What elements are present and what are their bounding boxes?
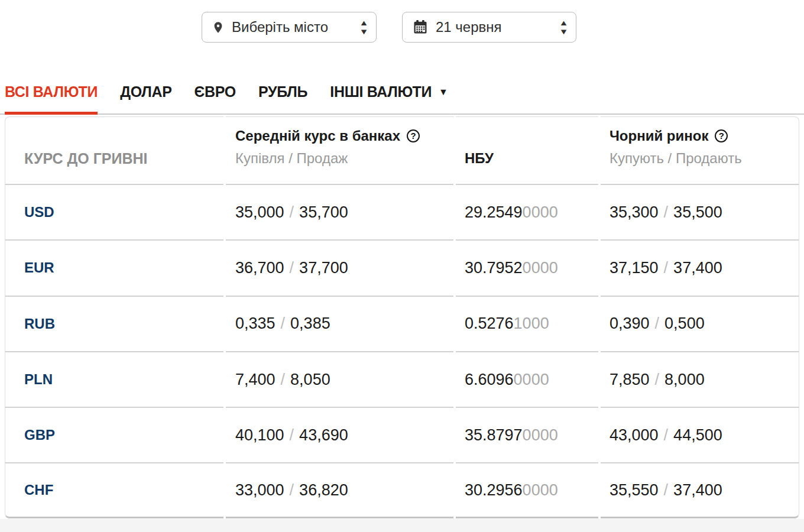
table-row-bank-avg-cell: 35,000/35,700 [226,184,453,239]
tab-euro[interactable]: ЄВРО [194,70,236,113]
black-market-sell-value: 44,500 [673,426,722,445]
black-market-buy-value: 43,000 [610,426,659,445]
table-row-black-market-cell: 43,000/44,500 [601,407,799,462]
table-row-nbu-cell: 0.52761000 [456,296,598,351]
table-row-black-market-cell: 35,550/37,400 [601,462,799,518]
currency-code-link[interactable]: USD [24,204,54,220]
nbu-value: 35.8797 [465,426,523,445]
black-market-sell-value: 0,500 [664,314,705,333]
bank-buy-value: 7,400 [235,371,275,389]
question-circle-icon[interactable]: ? [407,129,420,142]
black-market-buy-value: 35,300 [610,203,659,222]
currency-code-link[interactable]: GBP [24,427,55,443]
table-row-bank-avg-cell: 7,400/8,050 [226,351,453,407]
header-black-market-column: Чорний ринок ? Купують / Продають [601,116,799,184]
location-pin-icon [212,20,225,35]
slash-separator: / [290,203,294,222]
nbu-value-trailing-zeros: 0000 [523,203,558,222]
slash-separator: / [290,259,294,277]
table-row-black-market-cell: 7,850/8,000 [601,351,799,407]
table-row-currency-cell: EUR [5,239,223,295]
tab-label: РУБЛЬ [258,83,307,100]
table-row-currency-cell: CHF [5,462,223,518]
bank-sell-value: 8,050 [290,371,330,389]
tab-label: ІНШІ ВАЛЮТИ [330,83,432,100]
table-row-currency-cell: PLN [5,351,223,407]
black-market-sell-value: 8,000 [664,371,705,389]
bank-sell-value: 35,700 [299,203,348,222]
date-select[interactable]: 21 червня ▲▼ [402,12,576,43]
header-currency-label: КУРС ДО ГРИВНІ [24,147,223,170]
bank-sell-value: 43,690 [299,426,348,445]
rates-table: КУРС ДО ГРИВНІ Середній курс в банках ? … [5,116,799,518]
currency-code-link[interactable]: RUB [24,316,55,332]
tab-other-currencies[interactable]: ІНШІ ВАЛЮТИ ▼ [330,70,448,113]
header-nbu-column: НБУ [456,116,598,184]
nbu-value: 30.2956 [465,481,523,499]
currency-rates-page: Виберіть місто ▲▼ 21 червня ▲▼ [0,0,804,532]
tab-label: ВСІ ВАЛЮТИ [5,83,98,100]
date-select-value: 21 червня [436,19,502,35]
table-row-nbu-cell: 6.60960000 [456,351,598,407]
header-bank-avg-column: Середній курс в банках ? Купівля / Прода… [226,116,453,184]
nbu-value-trailing-zeros: 0000 [514,371,549,389]
table-row-black-market-cell: 37,150/37,400 [601,239,799,295]
currency-code-link[interactable]: PLN [24,371,53,388]
header-bank-avg-title: Середній курс в банках [235,125,400,147]
header-currency-column: КУРС ДО ГРИВНІ [5,116,223,184]
slash-separator: / [290,481,294,499]
city-select[interactable]: Виберіть місто ▲▼ [202,12,377,43]
nbu-value: 0.5276 [465,314,514,333]
black-market-sell-value: 35,500 [673,203,722,222]
slash-separator: / [664,481,669,499]
page-background-strip [0,519,804,532]
header-nbu-title: НБУ [465,147,598,170]
bank-buy-value: 33,000 [235,481,284,499]
table-row-nbu-cell: 35.87970000 [456,407,598,462]
header-black-market-title: Чорний ринок [610,125,708,147]
header-bank-avg-subtitle: Купівля / Продаж [235,147,453,170]
table-row-bank-avg-cell: 36,700/37,700 [226,239,453,295]
tab-label: ДОЛАР [120,83,171,100]
slash-separator: / [281,371,286,389]
currency-tabs: ВСІ ВАЛЮТИ ДОЛАР ЄВРО РУБЛЬ ІНШІ ВАЛЮТИ … [0,70,804,115]
chevron-down-icon: ▼ [439,87,448,98]
bank-buy-value: 0,335 [235,314,275,333]
table-row-bank-avg-cell: 40,100/43,690 [226,407,453,462]
bank-sell-value: 0,385 [290,314,330,333]
currency-code-link[interactable]: CHF [24,482,53,498]
question-circle-icon[interactable]: ? [715,129,728,142]
table-row-black-market-cell: 35,300/35,500 [601,184,799,239]
black-market-sell-value: 37,400 [673,481,722,499]
bank-buy-value: 35,000 [235,203,284,222]
city-select-value: Виберіть місто [232,19,328,35]
tab-ruble[interactable]: РУБЛЬ [258,70,307,113]
tab-all-currencies[interactable]: ВСІ ВАЛЮТИ [5,70,98,113]
currency-code-link[interactable]: EUR [24,259,54,276]
black-market-buy-value: 35,550 [610,481,659,499]
table-row-black-market-cell: 0,390/0,500 [601,296,799,351]
tab-dollar[interactable]: ДОЛАР [120,70,171,113]
tab-label: ЄВРО [194,83,236,100]
table-row-nbu-cell: 30.29560000 [456,462,598,518]
slash-separator: / [664,203,669,222]
bank-buy-value: 40,100 [235,426,284,445]
slash-separator: / [655,314,660,333]
nbu-value-trailing-zeros: 0000 [523,259,558,277]
table-row-currency-cell: GBP [5,407,223,462]
bank-sell-value: 37,700 [299,259,348,277]
black-market-buy-value: 0,390 [610,314,650,333]
spinner-arrows-icon: ▲▼ [360,20,368,35]
black-market-sell-value: 37,400 [673,259,722,277]
nbu-value-trailing-zeros: 0000 [523,481,558,499]
calendar-icon [412,19,429,35]
black-market-buy-value: 7,850 [610,371,650,389]
table-row-nbu-cell: 29.25490000 [456,184,598,239]
nbu-value: 6.6096 [465,371,514,389]
slash-separator: / [281,314,286,333]
slash-separator: / [290,426,294,445]
slash-separator: / [664,426,669,445]
slash-separator: / [664,259,669,277]
black-market-buy-value: 37,150 [610,259,659,277]
table-row-currency-cell: USD [5,184,223,239]
